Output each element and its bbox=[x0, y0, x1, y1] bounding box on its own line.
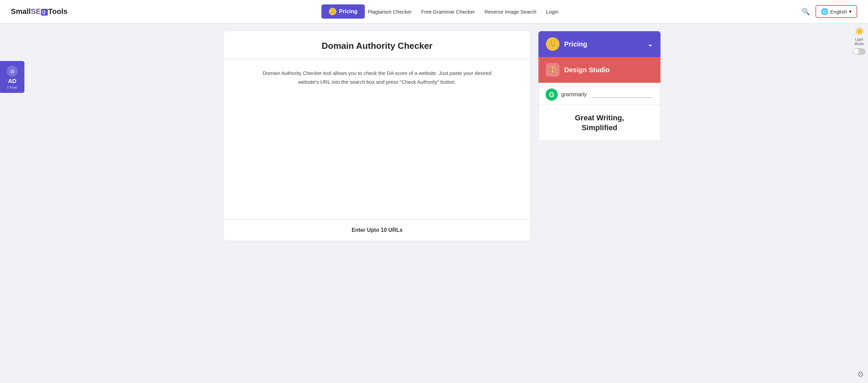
main-content: Domain Authority Checker Domain Authorit… bbox=[224, 31, 530, 241]
promo-title: Great Writing, Simplified bbox=[546, 113, 653, 133]
tool-card-header: Domain Authority Checker bbox=[224, 31, 530, 59]
sidebar-pricing-button[interactable]: 👑 Pricing ⌄ bbox=[538, 31, 660, 57]
light-mode-toggle[interactable] bbox=[853, 48, 866, 55]
crown-icon: 👑 bbox=[329, 8, 336, 15]
sidebar-right: 👑 Pricing ⌄ 🎨 Design Studio G grammarly … bbox=[538, 31, 660, 241]
logo-icon: Q bbox=[41, 9, 48, 16]
tool-body: Domain Authority Checker tool allows you… bbox=[224, 59, 530, 219]
nav-links: Plagiarism Checker Free Grammar Checker … bbox=[368, 9, 558, 15]
tool-content-area bbox=[235, 94, 519, 209]
pricing-label: Pricing bbox=[339, 8, 357, 15]
sidebar-promo: Great Writing, Simplified bbox=[538, 105, 660, 141]
tool-card: Domain Authority Checker Domain Authorit… bbox=[224, 31, 530, 241]
language-label: English bbox=[830, 9, 847, 15]
sun-icon: ☀️ bbox=[855, 27, 864, 36]
light-mode-panel: ☀️ LightMode bbox=[850, 23, 868, 59]
nav-right: 🔍 🌐 English ▾ bbox=[802, 5, 857, 18]
pricing-button[interactable]: 👑 Pricing bbox=[321, 4, 365, 19]
url-section-label: Enter Upto 10 URLs bbox=[235, 227, 519, 233]
grammarly-ad[interactable]: G grammarly bbox=[538, 83, 660, 105]
light-mode-label: LightMode bbox=[854, 37, 864, 46]
tool-description: Domain Authority Checker tool allows you… bbox=[258, 69, 496, 86]
url-section: Enter Upto 10 URLs bbox=[224, 219, 530, 241]
logo-text-seo: SE bbox=[31, 7, 41, 16]
sidebar-pricing-left: 👑 Pricing bbox=[546, 37, 587, 51]
grammarly-divider bbox=[592, 97, 653, 98]
site-header: SmallSEQTools 👑 Pricing Plagiarism Check… bbox=[0, 0, 868, 23]
sidebar-design-label: Design Studio bbox=[564, 66, 610, 74]
globe-icon: 🌐 bbox=[821, 8, 828, 15]
ad-subtitle: I-Free bbox=[2, 85, 22, 89]
site-logo[interactable]: SmallSEQTools bbox=[11, 7, 67, 16]
ad-title: AD bbox=[2, 78, 22, 85]
search-button[interactable]: 🔍 bbox=[802, 7, 810, 16]
nav-reverse-image[interactable]: Reverse Image Search bbox=[485, 9, 536, 15]
grammarly-logo: G bbox=[546, 88, 558, 101]
logo-text-tools: Tools bbox=[48, 7, 67, 16]
main-nav: 👑 Pricing Plagiarism Checker Free Gramma… bbox=[78, 4, 802, 19]
sidebar-crown-icon: 👑 bbox=[546, 37, 559, 51]
gear-icon[interactable]: ⚙ bbox=[857, 370, 864, 379]
page-wrapper: Domain Authority Checker Domain Authorit… bbox=[197, 23, 671, 249]
chevron-icon: ⌄ bbox=[647, 40, 653, 48]
nav-plagiarism[interactable]: Plagiarism Checker bbox=[368, 9, 412, 15]
chevron-down-icon: ▾ bbox=[849, 8, 852, 15]
grammarly-text: grammarly bbox=[561, 92, 587, 98]
tool-title: Domain Authority Checker bbox=[235, 41, 519, 51]
logo-text-small: Small bbox=[11, 7, 31, 16]
nav-login[interactable]: Login bbox=[546, 9, 558, 15]
design-studio-icon: 🎨 bbox=[546, 63, 559, 77]
sidebar-design-button[interactable]: 🎨 Design Studio bbox=[538, 57, 660, 83]
left-ad-panel[interactable]: ⊘ AD I-Free bbox=[0, 61, 24, 93]
sidebar-pricing-label: Pricing bbox=[564, 40, 587, 48]
nav-grammar[interactable]: Free Grammar Checker bbox=[421, 9, 475, 15]
ad-no-icon: ⊘ bbox=[7, 66, 18, 77]
language-selector[interactable]: 🌐 English ▾ bbox=[815, 5, 857, 18]
